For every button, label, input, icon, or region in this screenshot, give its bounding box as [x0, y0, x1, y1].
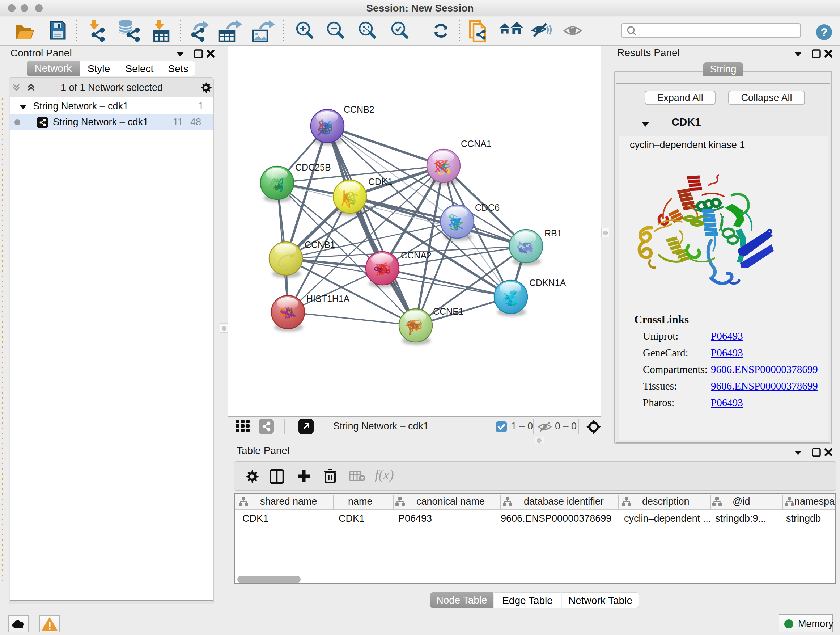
svg-text:CCNB1: CCNB1: [305, 240, 335, 250]
svg-text:CCNA2: CCNA2: [401, 250, 431, 260]
svg-text:HIST1H1A: HIST1H1A: [306, 294, 350, 304]
svg-text:CCNB2: CCNB2: [344, 104, 374, 114]
svg-text:CDK1: CDK1: [368, 177, 393, 187]
svg-text:CDC25B: CDC25B: [295, 162, 331, 172]
svg-text:CDKN1A: CDKN1A: [529, 278, 566, 288]
svg-text:CCNA1: CCNA1: [461, 139, 492, 149]
svg-text:CCNE1: CCNE1: [433, 306, 464, 317]
svg-text:RB1: RB1: [545, 228, 562, 238]
svg-text:CDC6: CDC6: [475, 203, 500, 212]
